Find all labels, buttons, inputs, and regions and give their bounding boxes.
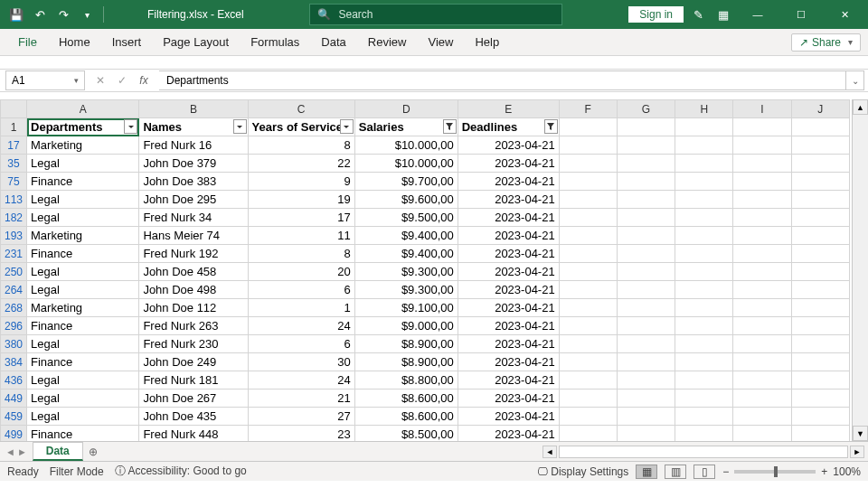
cell[interactable] bbox=[675, 209, 733, 227]
name-box[interactable]: A1 ▾ bbox=[5, 70, 85, 90]
cell[interactable] bbox=[675, 245, 733, 263]
row-header[interactable]: 17 bbox=[1, 136, 27, 155]
cell[interactable]: Fred Nurk 448 bbox=[139, 426, 248, 442]
coming-soon-icon[interactable]: ✎ bbox=[687, 4, 709, 25]
cell[interactable]: $8.500,00 bbox=[354, 426, 458, 442]
cell[interactable] bbox=[617, 173, 675, 191]
ribbon-tab-data[interactable]: Data bbox=[310, 30, 356, 54]
column-header-i[interactable]: I bbox=[733, 100, 791, 118]
cell[interactable] bbox=[559, 191, 617, 209]
cell[interactable]: $10.000,00 bbox=[354, 136, 458, 155]
header-cell-deadlines[interactable]: Deadlines bbox=[458, 118, 559, 136]
cell[interactable]: Fred Nurk 230 bbox=[139, 335, 248, 353]
cell[interactable]: 19 bbox=[248, 191, 354, 209]
cell[interactable] bbox=[559, 209, 617, 227]
cell[interactable]: 2023-04-21 bbox=[458, 353, 559, 371]
row-header[interactable]: 268 bbox=[1, 299, 27, 317]
column-header-h[interactable]: H bbox=[675, 100, 733, 118]
ribbon-tab-view[interactable]: View bbox=[417, 30, 464, 54]
cell[interactable]: 2023-04-21 bbox=[458, 191, 559, 209]
zoom-in-icon[interactable]: + bbox=[821, 465, 827, 478]
cell[interactable] bbox=[675, 281, 733, 299]
cell[interactable]: 21 bbox=[248, 389, 354, 408]
cell[interactable] bbox=[617, 209, 675, 227]
cell[interactable]: Marketing bbox=[27, 299, 139, 317]
cell[interactable]: 30 bbox=[248, 353, 354, 371]
cell[interactable] bbox=[733, 173, 791, 191]
cell[interactable] bbox=[617, 299, 675, 317]
cell[interactable] bbox=[675, 227, 733, 245]
cell[interactable]: $9.300,00 bbox=[354, 281, 458, 299]
cell[interactable] bbox=[733, 245, 791, 263]
cell[interactable] bbox=[791, 353, 849, 371]
cell[interactable] bbox=[617, 118, 675, 136]
cell[interactable] bbox=[617, 389, 675, 408]
cell[interactable] bbox=[559, 335, 617, 353]
cell[interactable] bbox=[617, 191, 675, 209]
row-header[interactable]: 193 bbox=[1, 227, 27, 245]
filter-dropdown-icon[interactable] bbox=[233, 119, 247, 134]
cell[interactable]: $9.300,00 bbox=[354, 263, 458, 281]
filter-active-icon[interactable] bbox=[544, 119, 558, 134]
cell[interactable] bbox=[675, 317, 733, 335]
column-header-d[interactable]: D bbox=[354, 100, 458, 118]
cell[interactable] bbox=[733, 408, 791, 426]
cell[interactable]: John Doe 267 bbox=[139, 389, 248, 408]
column-header-a[interactable]: A bbox=[27, 100, 139, 118]
cell[interactable] bbox=[559, 263, 617, 281]
cell[interactable]: John Doe 435 bbox=[139, 408, 248, 426]
cell[interactable] bbox=[675, 408, 733, 426]
cell[interactable]: 2023-04-21 bbox=[458, 389, 559, 408]
cell[interactable] bbox=[791, 299, 849, 317]
maximize-button[interactable]: ☐ bbox=[781, 1, 821, 28]
cell[interactable] bbox=[675, 155, 733, 173]
cell[interactable]: 2023-04-21 bbox=[458, 371, 559, 389]
cell[interactable] bbox=[791, 335, 849, 353]
cell[interactable] bbox=[791, 118, 849, 136]
cell[interactable] bbox=[733, 389, 791, 408]
ribbon-tab-review[interactable]: Review bbox=[357, 30, 418, 54]
row-header[interactable]: 459 bbox=[1, 408, 27, 426]
worksheet-grid[interactable]: ABCDEFGHIJ 1DepartmentsNamesYears of Ser… bbox=[0, 99, 850, 441]
cell[interactable] bbox=[675, 118, 733, 136]
save-icon[interactable]: 💾 bbox=[5, 4, 27, 25]
cell[interactable] bbox=[791, 173, 849, 191]
cell[interactable] bbox=[617, 317, 675, 335]
cell[interactable]: 2023-04-21 bbox=[458, 426, 559, 442]
cell[interactable]: 27 bbox=[248, 408, 354, 426]
cell[interactable]: 2023-04-21 bbox=[458, 263, 559, 281]
sheet-tab-data[interactable]: Data bbox=[33, 442, 83, 461]
cell[interactable] bbox=[791, 136, 849, 155]
cell[interactable] bbox=[617, 155, 675, 173]
cell[interactable]: $9.500,00 bbox=[354, 209, 458, 227]
cell[interactable]: Legal bbox=[27, 335, 139, 353]
cell[interactable] bbox=[559, 118, 617, 136]
header-cell-departments[interactable]: Departments bbox=[27, 118, 139, 136]
cell[interactable]: Finance bbox=[27, 245, 139, 263]
cell[interactable]: Marketing bbox=[27, 136, 139, 155]
cell[interactable]: Hans Meier 74 bbox=[139, 227, 248, 245]
cell[interactable]: Legal bbox=[27, 408, 139, 426]
cell[interactable] bbox=[733, 136, 791, 155]
cell[interactable]: 17 bbox=[248, 209, 354, 227]
cell[interactable]: $8.600,00 bbox=[354, 408, 458, 426]
row-header[interactable]: 380 bbox=[1, 335, 27, 353]
cell[interactable] bbox=[559, 173, 617, 191]
cell[interactable]: Legal bbox=[27, 281, 139, 299]
sheet-next-icon[interactable]: ► bbox=[17, 446, 27, 457]
column-header-f[interactable]: F bbox=[559, 100, 617, 118]
formula-expand-icon[interactable]: ⌄ bbox=[846, 70, 864, 90]
cell[interactable]: Fred Nurk 34 bbox=[139, 209, 248, 227]
cell[interactable]: John Doe 112 bbox=[139, 299, 248, 317]
hscroll-track[interactable] bbox=[559, 446, 848, 458]
cell[interactable]: 22 bbox=[248, 155, 354, 173]
column-header-j[interactable]: J bbox=[791, 100, 849, 118]
row-header[interactable]: 35 bbox=[1, 155, 27, 173]
cell[interactable] bbox=[791, 317, 849, 335]
cell[interactable]: 24 bbox=[248, 371, 354, 389]
cell[interactable] bbox=[791, 371, 849, 389]
cell[interactable] bbox=[791, 227, 849, 245]
cell[interactable] bbox=[675, 371, 733, 389]
cell[interactable]: Legal bbox=[27, 263, 139, 281]
cell[interactable] bbox=[559, 281, 617, 299]
